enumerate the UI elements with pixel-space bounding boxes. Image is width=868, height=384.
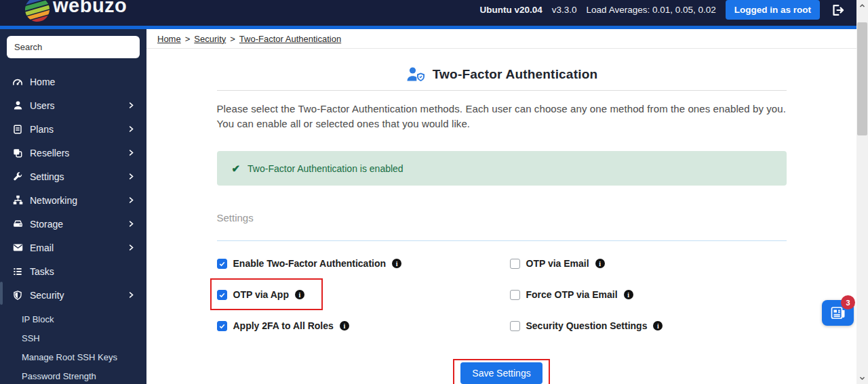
- checkmark-icon: [218, 322, 226, 330]
- sidebar-item-label: Networking: [30, 195, 77, 206]
- checkbox-apply-2fa-all-roles[interactable]: [217, 321, 227, 331]
- alert-message: Two-Factor Authentication is enabled: [248, 163, 403, 174]
- notification-badge: 3: [841, 295, 855, 310]
- checkbox-label[interactable]: Enable Two-Factor Authentication: [233, 258, 387, 269]
- checkbox-row-otp-via-app: OTP via App i: [217, 288, 510, 301]
- breadcrumb: Home > Security > Two-Factor Authenticat…: [146, 29, 856, 49]
- checkbox-row-enable-2fa: Enable Two-Factor Authentication i: [217, 257, 510, 270]
- load-averages-label: Load Averages: 0.01, 0.05, 0.02: [587, 5, 716, 15]
- checkbox-enable-2fa[interactable]: [217, 259, 227, 269]
- info-icon[interactable]: i: [295, 290, 304, 299]
- sidebar-nav: Home Users Plans Resellers: [0, 70, 146, 384]
- checkbox-row-apply-2fa-all-roles: Apply 2FA to All Roles i: [217, 319, 510, 333]
- sidebar-scroll-indicator[interactable]: [0, 282, 3, 305]
- webuzo-logo-icon: [24, 0, 50, 22]
- checkbox-label[interactable]: Force OTP via Email: [526, 289, 618, 300]
- sidebar-item-label: Home: [30, 77, 55, 87]
- resellers-icon: [12, 147, 24, 159]
- checkbox-row-force-otp-via-email: Force OTP via Email i: [510, 288, 787, 301]
- chevron-right-icon: [127, 149, 136, 157]
- sidebar-item-label: Resellers: [30, 148, 69, 158]
- logout-icon[interactable]: [829, 2, 846, 18]
- sidebar-item-ssh[interactable]: SSH: [0, 328, 146, 347]
- main-content: Home > Security > Two-Factor Authenticat…: [146, 29, 856, 384]
- info-icon[interactable]: i: [392, 259, 401, 268]
- checkbox-force-otp-via-email[interactable]: [510, 290, 520, 300]
- red-highlight-box-save: Save Settings: [453, 359, 549, 384]
- sidebar-item-storage[interactable]: Storage: [0, 212, 146, 236]
- search-input[interactable]: [7, 36, 140, 58]
- sidebar-item-manage-root-ssh-keys[interactable]: Manage Root SSH Keys: [0, 347, 146, 366]
- breadcrumb-home-link[interactable]: Home: [157, 34, 181, 44]
- scrollbar-down-arrow[interactable]: [856, 372, 868, 384]
- chevron-right-icon: [127, 125, 136, 133]
- sidebar-item-password-strength[interactable]: Password Strength: [0, 366, 146, 384]
- sidebar-item-ip-block[interactable]: IP Block: [0, 310, 146, 328]
- chevron-right-icon: [127, 173, 136, 181]
- security-submenu: IP Block SSH Manage Root SSH Keys Passwo…: [0, 310, 146, 384]
- checkbox-row-otp-via-email: OTP via Email i: [510, 257, 787, 270]
- check-icon: ✔: [232, 163, 241, 175]
- info-icon[interactable]: i: [595, 259, 605, 268]
- sidebar: Home Users Plans Resellers: [0, 29, 146, 384]
- breadcrumb-separator: >: [185, 34, 191, 44]
- webuzo-logo[interactable]: webuzo: [24, 0, 127, 22]
- sidebar-item-label: Settings: [30, 171, 64, 182]
- user-icon: [12, 100, 24, 112]
- sidebar-item-plans[interactable]: Plans: [0, 117, 146, 141]
- storage-icon: [12, 218, 24, 230]
- breadcrumb-2fa-link[interactable]: Two-Factor Authentication: [239, 34, 341, 44]
- settings-section-heading: Settings: [217, 212, 787, 223]
- sidebar-item-email[interactable]: Email: [0, 236, 146, 259]
- user-shield-icon: [406, 66, 426, 83]
- os-version-label: Ubuntu v20.04: [480, 5, 542, 15]
- chevron-right-icon: [127, 196, 136, 205]
- checkbox-label[interactable]: Security Question Settings: [526, 320, 648, 331]
- shield-icon: [12, 289, 24, 301]
- sidebar-item-home[interactable]: Home: [0, 70, 146, 93]
- tasks-icon: [12, 265, 24, 278]
- settings-checkbox-grid: Enable Two-Factor Authentication i OTP v…: [217, 257, 787, 333]
- sidebar-item-security[interactable]: Security: [0, 283, 146, 307]
- info-icon[interactable]: i: [624, 290, 633, 299]
- checkbox-label[interactable]: OTP via App: [233, 289, 289, 300]
- chevron-right-icon: [127, 244, 136, 252]
- chevron-right-icon: [127, 220, 136, 228]
- sidebar-item-label: Email: [30, 242, 54, 253]
- sidebar-item-users[interactable]: Users: [0, 93, 146, 117]
- logo-wordmark: webuzo: [53, 0, 127, 16]
- sidebar-item-label: Storage: [30, 219, 63, 230]
- page-title-text: Two-Factor Authentication: [433, 67, 598, 82]
- support-chat-button[interactable]: 3: [822, 300, 854, 326]
- chevron-right-icon: [127, 291, 136, 299]
- topbar-right: Ubuntu v20.04 v3.3.0 Load Averages: 0.01…: [480, 0, 846, 20]
- breadcrumb-separator: >: [230, 34, 235, 44]
- success-alert: ✔ Two-Factor Authentication is enabled: [217, 151, 787, 186]
- sidebar-item-label: Tasks: [30, 266, 54, 277]
- info-icon[interactable]: i: [340, 321, 349, 330]
- checkbox-security-question-settings[interactable]: [510, 321, 520, 331]
- network-icon: [12, 194, 24, 207]
- sidebar-item-label: Users: [30, 100, 55, 111]
- sidebar-item-settings[interactable]: Settings: [0, 165, 146, 188]
- checkmark-icon: [218, 260, 226, 268]
- plans-icon: [12, 123, 24, 135]
- page-scrollbar[interactable]: [856, 0, 868, 384]
- sidebar-item-networking[interactable]: Networking: [0, 188, 146, 212]
- sidebar-item-tasks[interactable]: Tasks: [0, 259, 146, 283]
- checkbox-otp-via-app[interactable]: [217, 290, 227, 300]
- save-settings-button[interactable]: Save Settings: [460, 362, 542, 384]
- checkbox-label[interactable]: OTP via Email: [526, 258, 589, 269]
- checkbox-otp-via-email[interactable]: [510, 259, 520, 269]
- dashboard-icon: [12, 76, 24, 88]
- title-divider: [217, 90, 787, 91]
- breadcrumb-security-link[interactable]: Security: [194, 34, 226, 44]
- scrollbar-thumb[interactable]: [857, 22, 867, 135]
- logged-in-as-root-button[interactable]: Logged in as root: [726, 0, 820, 20]
- page-title: Two-Factor Authentication: [217, 66, 787, 83]
- checkbox-label[interactable]: Apply 2FA to All Roles: [233, 320, 334, 331]
- info-icon[interactable]: i: [653, 321, 663, 330]
- sidebar-item-resellers[interactable]: Resellers: [0, 141, 146, 165]
- settings-divider: [217, 240, 787, 241]
- scrollbar-up-arrow[interactable]: [856, 0, 868, 12]
